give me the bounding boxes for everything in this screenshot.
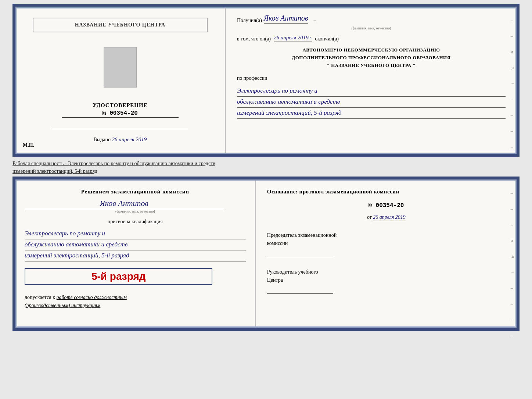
fio-label-bottom: (фамилия, имя, отчество): [25, 209, 246, 213]
separator-text: Рабочая специальность - Электрослесарь п…: [12, 157, 520, 177]
poluchil-line: Получил(а) Яков Антипов – (фамилия, имя,…: [237, 14, 506, 30]
bottom-name-wrapper: Яков Антипов (фамилия, имя, отчество): [25, 199, 246, 213]
bottom-profession-line3: измерений электростанций, 5-й разряд: [25, 250, 246, 261]
udost-number: № 00354-20: [62, 110, 179, 118]
right-dashes: ––и,а←––––: [511, 18, 515, 150]
ot-date-value: 26 апреля 2019: [373, 214, 405, 221]
predsedatel-block: Председатель экзаменационной комиссии: [267, 231, 506, 257]
okonchil-label: окончил(а): [315, 36, 339, 42]
vtom-date: 26 апреля 2019г.: [274, 35, 312, 42]
top-document: НАЗВАНИЕ УЧЕБНОГО ЦЕНТРА УДОСТОВЕРЕНИЕ №…: [12, 4, 520, 157]
vydano-label: Выдано: [93, 137, 111, 142]
dopusk-italic1: работе согласно должностным: [57, 295, 127, 300]
dopuskaetsya-block: допускается к работе согласно должностны…: [25, 293, 246, 310]
separator-line2: измерений электростанций, 5-й разряд: [12, 168, 97, 174]
razryad-badge: 5-й разряд: [25, 268, 212, 285]
protocol-number: № 00354-20: [267, 202, 506, 209]
bottom-doc-left: Решением экзаменационной комиссии Яков А…: [15, 179, 256, 328]
udost-label: УДОСТОВЕРЕНИЕ: [93, 102, 148, 108]
razryad-badge-text: 5-й разряд: [31, 271, 206, 282]
po-professii-label: по профессии: [237, 75, 506, 81]
predsedatel-subtitle: комиссии: [267, 239, 506, 247]
dopuskaetsya-label: допускается к: [25, 295, 55, 300]
org-line3: " НАЗВАНИЕ УЧЕБНОГО ЦЕНТРА ": [237, 62, 506, 70]
ot-label: от: [367, 214, 372, 220]
bottom-profession-line2: обслуживанию автоматики и средств: [25, 239, 246, 250]
bottom-profession-block: Электрослесарь по ремонту и обслуживанию…: [25, 228, 246, 261]
org-line1: АВТОНОМНУЮ НЕКОММЕРЧЕСКУЮ ОРГАНИЗАЦИЮ: [237, 46, 506, 54]
rukovoditel-title: Руководитель учебного: [267, 268, 506, 276]
resheniem-title: Решением экзаменационной комиссии: [25, 189, 246, 195]
rukovoditel-subtitle: Центра: [267, 276, 506, 284]
fio-label-top: (фамилия, имя, отчество): [237, 26, 506, 30]
top-profession-line2: обслуживанию автоматики и средств: [237, 97, 506, 108]
bottom-recipient-name: Яков Антипов: [25, 199, 224, 209]
photo-placeholder: [104, 47, 137, 88]
rukovoditel-signature: [267, 286, 333, 294]
org-line2: ДОПОЛНИТЕЛЬНОГО ПРОФЕССИОНАЛЬНОГО ОБРАЗО…: [237, 54, 506, 62]
poluchil-label: Получил(а): [237, 18, 262, 24]
top-doc-right: Получил(а) Яков Антипов – (фамилия, имя,…: [226, 7, 517, 154]
separator-line1: Рабочая специальность - Электрослесарь п…: [12, 161, 215, 166]
top-profession-line1: Электрослесарь по ремонту и: [237, 86, 506, 97]
recipient-name: Яков Антипов: [264, 14, 308, 24]
predsedatel-signature: [267, 250, 333, 257]
osnovanie-title: Основание: протокол экзаменационной коми…: [267, 189, 506, 195]
vtom-line: в том, что он(а) 26 апреля 2019г. окончи…: [237, 35, 506, 42]
predsedatel-title: Председатель экзаменационной: [267, 231, 506, 239]
vtom-label: в том, что он(а): [237, 36, 271, 42]
mp-label: М.П.: [23, 142, 34, 148]
top-left-title: НАЗВАНИЕ УЧЕБНОГО ЦЕНТРА: [33, 18, 208, 32]
vydano-date: 26 апреля 2019: [112, 136, 147, 142]
rukovoditel-block: Руководитель учебного Центра: [267, 268, 506, 294]
top-doc-left: НАЗВАНИЕ УЧЕБНОГО ЦЕНТРА УДОСТОВЕРЕНИЕ №…: [15, 7, 226, 154]
dopusk-italic2: (производственным) инструкциям: [25, 303, 100, 308]
bottom-doc-right: Основание: протокол экзаменационной коми…: [256, 179, 517, 328]
prisvoena-label: присвоена квалификация: [25, 219, 246, 225]
vydano-line: Выдано 26 апреля 2019: [93, 129, 147, 143]
bottom-profession-line1: Электрослесарь по ремонту и: [25, 228, 246, 239]
document-container: НАЗВАНИЕ УЧЕБНОГО ЦЕНТРА УДОСТОВЕРЕНИЕ №…: [12, 4, 520, 331]
top-profession-block: Электрослесарь по ремонту и обслуживанию…: [237, 86, 506, 119]
bottom-right-dashes: –––и,а←––––: [511, 190, 515, 338]
top-profession-line3: измерений электростанций, 5-й разряд: [237, 108, 506, 119]
ot-date-line: от 26 апреля 2019: [267, 214, 506, 220]
bottom-document: Решением экзаменационной комиссии Яков А…: [12, 177, 520, 331]
org-block: АВТОНОМНУЮ НЕКОММЕРЧЕСКУЮ ОРГАНИЗАЦИЮ ДО…: [237, 46, 506, 69]
